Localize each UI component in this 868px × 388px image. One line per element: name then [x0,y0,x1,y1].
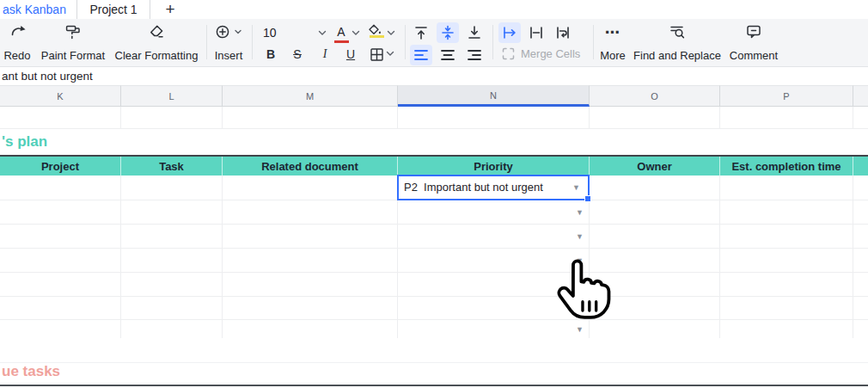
fill-color-button[interactable] [367,24,386,43]
table-cell[interactable] [121,225,223,249]
borders-button[interactable] [366,44,387,65]
table-cell[interactable] [720,320,853,338]
table-cell[interactable] [853,297,868,320]
table-cell[interactable] [223,320,398,338]
table-cell[interactable] [0,200,121,225]
merge-cells-button[interactable]: Merge Cells [501,46,580,61]
table-cell[interactable] [121,320,223,338]
table-cell[interactable] [853,249,868,273]
table-header-cell[interactable]: Est. completion time [720,157,853,176]
table-cell[interactable] [0,225,121,249]
priority-cell-empty[interactable]: ▼ [398,320,590,338]
table-header-cell[interactable]: Priority [398,157,590,176]
table-cell[interactable] [720,273,853,297]
table-header-cell[interactable]: Project [0,157,121,176]
table-cell[interactable] [853,176,868,200]
bold-button[interactable]: B [260,44,281,65]
underline-button[interactable]: U [340,44,361,65]
comment-button[interactable]: Comment [727,23,780,62]
table-cell[interactable] [853,320,868,338]
table-cell[interactable] [590,225,720,249]
grid-cell[interactable] [398,107,590,129]
column-header-k[interactable]: K [0,85,121,107]
table-cell[interactable] [720,297,853,320]
clear-formatting-button[interactable]: Clear Formatting [112,23,201,62]
table-cell[interactable] [223,297,398,320]
borders-chevron[interactable] [386,51,394,57]
grid-cell[interactable] [121,107,223,129]
align-center-button[interactable] [437,45,459,65]
align-bottom-button[interactable] [463,22,486,43]
table-cell[interactable] [720,225,853,249]
italic-button[interactable]: I [315,44,335,65]
table-cell[interactable] [0,176,121,200]
table-cell[interactable] [121,249,223,273]
table-header-cell[interactable]: Related document [223,157,398,176]
table-cell[interactable] [223,249,398,273]
align-right-button[interactable] [463,45,486,65]
font-size-select[interactable]: 10 [260,23,327,42]
grid-cell[interactable] [223,107,398,129]
table-cell[interactable] [223,225,398,249]
table-header-cell-partial[interactable] [853,157,868,176]
dropdown-arrow-icon[interactable]: ▼ [576,208,584,216]
column-header-p[interactable]: P [720,85,853,107]
table-cell[interactable] [853,200,868,225]
column-header-o[interactable]: O [590,85,720,107]
table-cell[interactable] [0,320,121,338]
tab-task-kanban[interactable]: ask Kanban [0,3,76,16]
font-color-chevron[interactable] [351,30,360,36]
text-overflow-button[interactable] [498,22,521,43]
table-cell[interactable] [121,273,223,297]
table-cell[interactable] [223,200,398,225]
font-color-button[interactable]: A [332,24,351,43]
priority-cell-empty[interactable]: ▼ [398,225,590,249]
table-cell[interactable] [590,200,720,225]
table-header-cell[interactable]: Task [121,157,223,176]
dropdown-arrow-icon[interactable]: ▼ [572,184,580,192]
dropdown-arrow-icon[interactable]: ▼ [576,232,584,240]
table-cell[interactable] [853,225,868,249]
table-cell[interactable] [121,176,223,200]
table-cell[interactable] [720,249,853,273]
more-button[interactable]: ⋯ More [596,23,629,62]
redo-button[interactable]: Redo [0,23,34,62]
table-cell[interactable] [0,297,121,320]
paint-format-button[interactable]: Paint Format [36,23,110,62]
grid-cell[interactable] [590,107,720,129]
priority-cell-empty[interactable]: ▼ [398,200,590,225]
find-and-replace-button[interactable]: Find and Replace [636,23,718,62]
add-sheet-button[interactable]: + [150,1,190,18]
table-cell[interactable] [590,176,720,200]
table-cell[interactable] [223,273,398,297]
formula-bar[interactable]: ant but not urgent [0,67,868,85]
priority-cell-selected[interactable]: P2 Important but not urgent▼ [398,176,590,200]
table-cell[interactable] [0,273,121,297]
dropdown-arrow-icon[interactable]: ▼ [576,325,584,333]
table-cell[interactable] [590,320,720,338]
table-cell[interactable] [853,273,868,297]
table-cell[interactable] [121,297,223,320]
grid-cell[interactable] [0,107,121,129]
table-header-cell[interactable]: Owner [590,157,720,176]
insert-button[interactable]: Insert [209,23,248,62]
table-cell[interactable] [121,200,223,225]
align-top-button[interactable] [410,22,432,43]
column-header-partial[interactable] [853,85,868,107]
fill-color-chevron[interactable] [387,30,395,36]
table-cell[interactable] [720,176,853,200]
tab-project-1[interactable]: Project 1 [76,0,150,19]
table-cell[interactable] [720,200,853,225]
column-header-n-selected[interactable]: N [398,85,590,107]
align-middle-button[interactable] [437,22,459,43]
text-clip-button[interactable] [525,22,547,43]
grid-cell[interactable] [853,107,868,129]
column-header-l[interactable]: L [121,85,223,107]
strikethrough-button[interactable]: S [287,44,308,65]
table-cell[interactable] [0,249,121,273]
column-header-m[interactable]: M [223,85,398,107]
text-wrap-button[interactable] [552,22,574,43]
grid-cell[interactable] [720,107,853,129]
align-left-button[interactable] [410,45,432,65]
table-cell[interactable] [223,176,398,200]
